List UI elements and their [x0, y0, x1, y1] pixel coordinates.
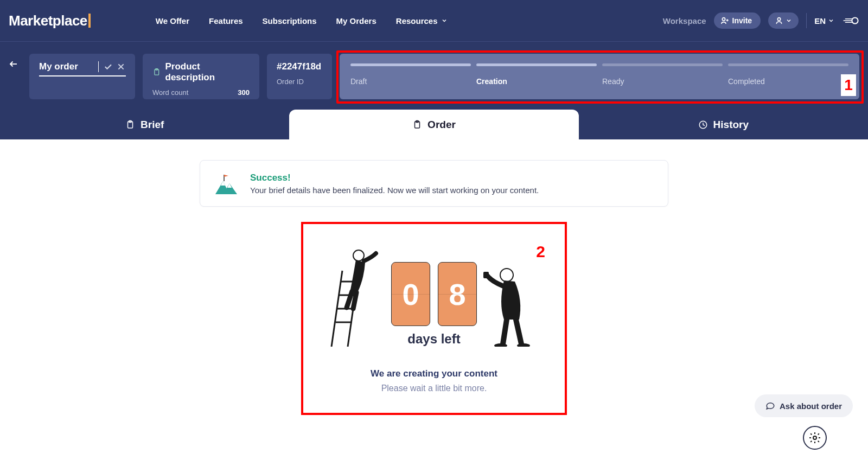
clock-icon	[698, 120, 708, 130]
order-id-label: Order ID	[277, 78, 322, 86]
tab-order[interactable]: Order	[289, 110, 578, 139]
header-right: Workspace Invite EN	[663, 12, 859, 29]
language-label: EN	[814, 16, 826, 25]
order-id-value: #2247f18d	[277, 61, 322, 72]
product-card: Product description Word count 300	[143, 54, 259, 99]
countdown-illustration: 0 8 days left	[301, 233, 567, 347]
ask-about-order-button[interactable]: Ask about order	[755, 394, 853, 417]
order-subheader: Product description Word count 300 #2247…	[0, 42, 868, 110]
content-area: Success! Your brief details have been fi…	[0, 139, 868, 436]
nav-resources[interactable]: Resources	[396, 16, 448, 25]
step-ready: Ready	[602, 63, 723, 90]
progress-tracker-wrap: Draft Creation Ready Completed 1	[340, 54, 859, 99]
cancel-name-button[interactable]	[117, 62, 125, 71]
step-draft: Draft	[350, 63, 471, 90]
main-nav: We Offer Features Subscriptions My Order…	[156, 16, 448, 25]
clipboard-icon	[412, 120, 422, 130]
svg-marker-17	[221, 181, 225, 186]
clipboard-icon	[152, 68, 161, 76]
step-label-completed: Completed	[728, 77, 848, 86]
user-menu-button[interactable]	[768, 12, 799, 29]
logo: Marketplace	[9, 12, 91, 29]
success-card: Success! Your brief details have been fi…	[200, 160, 668, 207]
language-selector[interactable]: EN	[814, 16, 834, 25]
product-title-text: Product description	[165, 61, 250, 83]
tab-order-label: Order	[427, 119, 456, 131]
user-plus-icon	[720, 16, 729, 25]
svg-point-0	[722, 18, 725, 21]
arrow-left-icon	[9, 59, 18, 69]
days-left-label: days left	[386, 331, 482, 347]
invite-label: Invite	[732, 16, 752, 25]
success-text: Your brief details have been finalized. …	[250, 186, 539, 195]
nav-we-offer[interactable]: We Offer	[156, 16, 189, 25]
step-label-draft: Draft	[350, 77, 471, 86]
tab-history[interactable]: History	[579, 110, 868, 139]
confirm-name-button[interactable]	[103, 62, 113, 72]
invite-button[interactable]: Invite	[714, 12, 761, 29]
ask-button-label: Ask about order	[780, 401, 842, 411]
success-title: Success!	[250, 173, 539, 183]
svg-point-27	[353, 250, 364, 261]
step-creation: Creation	[476, 63, 597, 90]
svg-point-28	[500, 269, 513, 282]
step-completed: Completed	[728, 63, 848, 90]
word-count-label: Word count	[152, 88, 188, 97]
step-bar	[602, 63, 723, 66]
countdown-container: 2 0 8 days left	[301, 222, 567, 415]
chat-icon	[765, 401, 775, 411]
back-button[interactable]	[9, 59, 22, 69]
user-icon	[775, 16, 783, 25]
svg-rect-29	[483, 272, 489, 278]
flip-counter: 0 8	[391, 262, 477, 326]
nav-features[interactable]: Features	[209, 16, 243, 25]
progress-tracker: Draft Creation Ready Completed 1	[340, 54, 859, 99]
logo-accent-bar	[88, 14, 91, 28]
tab-brief-label: Brief	[141, 119, 164, 131]
svg-point-3	[777, 18, 780, 21]
tab-bar: Brief Order History	[0, 110, 868, 139]
comet-icon[interactable]	[842, 15, 859, 27]
input-underline	[39, 75, 126, 76]
svg-marker-20	[224, 175, 228, 177]
tab-brief[interactable]: Brief	[0, 110, 289, 139]
nav-resources-label: Resources	[396, 16, 438, 25]
chevron-down-icon	[786, 17, 792, 24]
order-id-card: #2247f18d Order ID	[267, 54, 332, 99]
flip-digit-2: 8	[438, 262, 477, 326]
chevron-down-icon	[441, 17, 448, 24]
chevron-down-icon	[828, 17, 834, 24]
close-icon	[117, 62, 125, 71]
mountain-flag-icon	[213, 171, 239, 195]
svg-point-4	[852, 17, 858, 23]
clipboard-icon	[125, 120, 135, 130]
creating-title: We are creating your content	[301, 368, 567, 379]
settings-button[interactable]	[803, 426, 827, 450]
flip-digit-1: 0	[391, 262, 430, 326]
step-label-creation: Creation	[476, 77, 597, 86]
nav-my-orders[interactable]: My Orders	[336, 16, 376, 25]
word-count-value: 300	[238, 88, 250, 97]
workspace-label[interactable]: Workspace	[663, 16, 706, 25]
worker-right-icon	[482, 238, 542, 347]
svg-point-32	[813, 436, 816, 439]
main-header: Marketplace We Offer Features Subscripti…	[0, 0, 868, 42]
step-bar	[728, 63, 848, 66]
order-name-input[interactable]	[39, 61, 99, 72]
step-bar	[476, 63, 597, 66]
order-name-card	[29, 54, 135, 99]
creating-subtitle: Please wait a little bit more.	[301, 384, 567, 393]
nav-subscriptions[interactable]: Subscriptions	[263, 16, 317, 25]
gear-icon	[808, 431, 821, 444]
worker-left-icon	[326, 238, 386, 347]
logo-text: Marketplace	[9, 12, 87, 29]
annotation-1: 1	[841, 74, 856, 96]
step-bar	[350, 63, 471, 66]
step-label-ready: Ready	[602, 77, 723, 86]
tab-history-label: History	[713, 119, 749, 131]
check-icon	[103, 62, 113, 72]
divider	[806, 13, 807, 28]
